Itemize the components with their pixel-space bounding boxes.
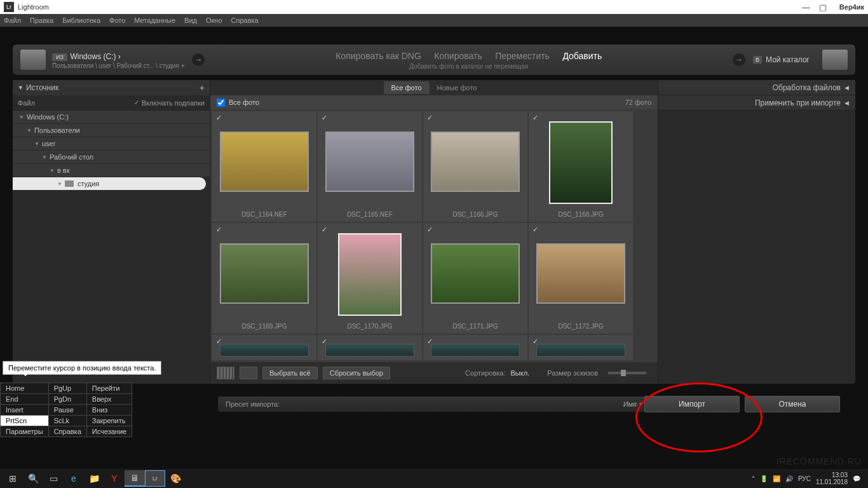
overlay-key[interactable]: Исчезание [86,426,132,437]
menu-view[interactable]: Вид [184,17,197,24]
sort-value[interactable]: Выкл. [511,369,530,377]
tab-new-photos[interactable]: Новые фото [430,81,485,94]
maximize-icon[interactable]: ▢ [819,3,827,12]
overlay-key[interactable]: Закрепить [86,416,132,426]
app-taskbar-1[interactable]: 🖥 [125,470,145,487]
overlay-key[interactable]: PrtScn [1,416,49,426]
overlay-key[interactable]: Insert [1,405,49,416]
window-titlebar: Lr Lightroom — ▢ Вер4ик [0,0,868,14]
thumbnail-panel: Все фото Новые фото Все фото 72 фото ✓DS… [210,80,658,384]
source-panel: ▼ Источник + Файл ✓ Включать подпапки ▼W… [13,80,210,384]
preset-label: Пресет импорта: [226,400,280,408]
source-panel-header[interactable]: ▼ Источник + [13,80,210,95]
thumbnail[interactable]: ✓DSC_1170.JPG [318,223,422,334]
loupe-view-button[interactable] [240,367,257,379]
arrow-right-icon[interactable]: → [192,53,205,66]
mode-move[interactable]: Переместить [495,51,550,61]
overlay-key[interactable]: Home [1,383,49,394]
tray-up-icon[interactable]: ˄ [752,475,755,482]
thumbnail[interactable]: ✓ [318,335,422,360]
tree-item[interactable]: ▼Пользователи [13,124,210,137]
overlay-key[interactable]: Вверх [86,394,132,405]
preset-value[interactable]: Имя ▾ [623,400,642,409]
dest-label[interactable]: Мой каталог [766,55,810,64]
source-drive-icon[interactable] [20,50,46,70]
triangle-down-icon: ▼ [18,85,24,91]
tree-item[interactable]: ▼студия [13,177,206,191]
thumbnail-grid: ✓DSC_1164.NEF✓DSC_1165.NEF✓DSC_1166.JPG✓… [210,109,658,362]
cancel-button[interactable]: Отмена [745,396,840,412]
volume-icon[interactable]: 🔊 [785,475,793,482]
menu-library[interactable]: Библиотека [62,17,100,24]
thumbnail[interactable]: ✓ [423,335,527,360]
source-drive-label[interactable]: Windows (C:) › [70,52,120,61]
import-button[interactable]: Импорт [644,396,740,412]
wifi-icon[interactable]: 📶 [773,475,780,482]
grid-toolbar: Выбрать всё Сбросить выбор Сортировка: В… [210,362,658,384]
mode-copy[interactable]: Копировать [434,51,482,61]
file-handling-header[interactable]: Обработка файлов ◀ [658,80,855,95]
task-view-icon[interactable]: ▭ [43,470,64,487]
thumbnail[interactable]: ✓DSC_1169.JPG [212,223,316,334]
explorer-icon[interactable]: 📁 [84,470,104,487]
mode-copy-dng[interactable]: Копировать как DNG [336,51,421,61]
dest-drive-icon[interactable] [822,50,848,70]
overlay-key[interactable]: PgDn [48,394,86,405]
menu-help[interactable]: Справка [231,17,259,24]
notifications-icon[interactable]: 💬 [853,475,860,482]
include-subfolders-label: Включать подпапки [142,99,205,107]
overlay-key[interactable]: PgUp [48,383,86,394]
menu-edit[interactable]: Правка [30,17,53,24]
arrow-right-icon-2[interactable]: → [733,53,745,66]
overlay-key[interactable]: Перейти [86,383,132,394]
overlay-key[interactable]: Вниз [86,405,132,416]
language-indicator[interactable]: РУС [798,475,811,482]
overlay-key[interactable]: Справка [48,426,86,437]
menu-file[interactable]: Файл [4,17,21,24]
thumbnail[interactable]: ✓DSC_1165.NEF [318,111,422,222]
add-source-icon[interactable]: + [200,83,205,93]
include-subfolders-check[interactable]: ✓ [134,99,139,106]
mode-add[interactable]: Добавить [562,51,602,61]
thumbnail[interactable]: ✓ [212,335,316,360]
thumbnail[interactable]: ✓DSC_1164.NEF [212,111,316,222]
photo-filter-tabs: Все фото Новые фото [210,80,658,95]
thumbnail[interactable]: ✓DSC_1166.JPG [423,111,527,222]
import-preset-bar[interactable]: Пресет импорта: Имя ▾ [218,396,650,412]
tree-item[interactable]: ▼Рабочий стол [13,151,210,164]
minimize-icon[interactable]: — [802,3,810,12]
tree-item[interactable]: ▼Windows (C:) [13,111,210,124]
paint-icon[interactable]: 🎨 [165,470,186,487]
tab-all-photos[interactable]: Все фото [384,81,430,94]
tree-item[interactable]: ▼user [13,137,210,151]
thumb-size-slider[interactable] [608,372,646,374]
taskbar-clock[interactable]: 13:03 11.01.2018 [816,471,848,485]
thumbnail[interactable]: ✓ [529,335,633,360]
grid-view-button[interactable] [217,367,234,379]
deselect-all-button[interactable]: Сбросить выбор [323,367,390,379]
folder-tree: ▼Windows (C:)▼Пользователи▼user▼Рабочий … [13,111,210,384]
start-button[interactable]: ⊞ [3,470,23,487]
apply-during-import-label: Применить при импорте [755,98,841,107]
menu-window[interactable]: Окно [206,17,222,24]
triangle-left-icon: ◀ [844,85,849,91]
select-all-button[interactable]: Выбрать всё [262,367,318,379]
overlay-key[interactable]: Pause [48,405,86,416]
menu-metadata[interactable]: Метаданные [134,17,175,24]
edge-icon[interactable]: e [64,470,84,487]
search-icon[interactable]: 🔍 [23,470,43,487]
apply-during-import-header[interactable]: Применить при импорте ◀ [658,95,855,111]
thumbnail[interactable]: ✓DSC_1168.JPG [529,111,633,222]
overlay-key[interactable]: Параметры [1,426,49,437]
tree-item[interactable]: ▼в вк [13,164,210,177]
select-all-checkbox[interactable] [217,98,225,107]
thumbnail[interactable]: ✓DSC_1171.JPG [423,223,527,334]
lightroom-taskbar-icon[interactable]: Lr [145,470,165,487]
menu-photo[interactable]: Фото [109,17,125,24]
app-title: Lightroom [18,3,802,11]
overlay-key[interactable]: End [1,394,49,405]
battery-icon[interactable]: 🔋 [760,475,768,482]
overlay-key[interactable]: ScLk [48,416,86,426]
yandex-icon[interactable]: Y [104,470,125,487]
thumbnail[interactable]: ✓DSC_1172.JPG [529,223,633,334]
